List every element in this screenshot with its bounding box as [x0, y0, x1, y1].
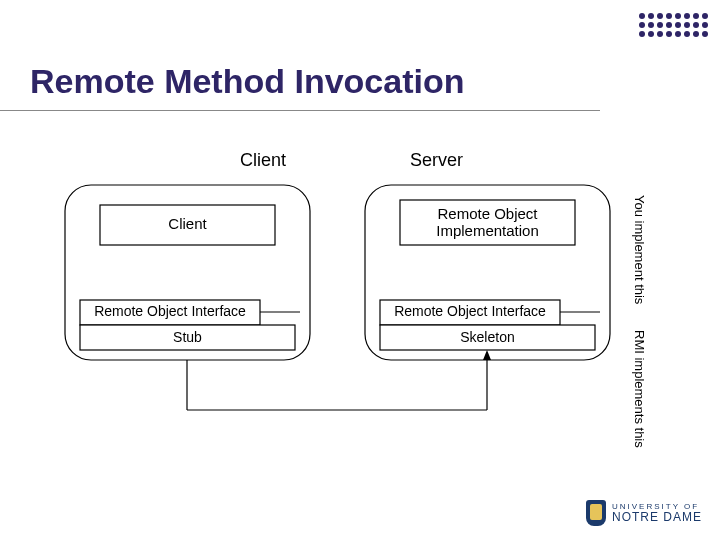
slide-title: Remote Method Invocation: [30, 62, 464, 101]
client-interface-label: Remote Object Interface: [80, 303, 260, 319]
skeleton-label: Skeleton: [380, 329, 595, 345]
client-box-label: Client: [100, 215, 275, 232]
server-impl-line2: Implementation: [400, 222, 575, 239]
shield-icon: [586, 500, 606, 526]
annotation-rmi-implements: RMI implements this: [632, 330, 647, 448]
university-logo: UNIVERSITY OF NOTRE DAME: [586, 500, 702, 526]
svg-marker-13: [483, 350, 491, 360]
column-label-server: Server: [410, 150, 463, 171]
stub-label: Stub: [80, 329, 295, 345]
logo-line2: NOTRE DAME: [612, 511, 702, 523]
annotation-you-implement: You implement this: [632, 195, 647, 304]
server-interface-label: Remote Object Interface: [380, 303, 560, 319]
corner-dots: [636, 10, 708, 37]
column-label-client: Client: [240, 150, 286, 171]
server-impl-line1: Remote Object: [400, 205, 575, 222]
title-underline: [0, 110, 600, 111]
